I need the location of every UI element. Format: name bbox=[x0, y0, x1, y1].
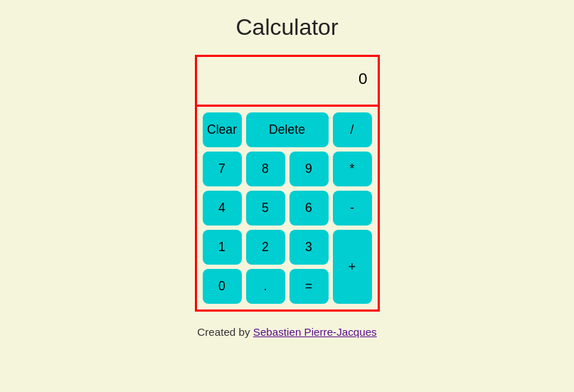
minus-button[interactable]: - bbox=[333, 191, 372, 226]
button-grid: Clear Delete / 7 8 9 * 4 5 6 - 1 2 3 + 0… bbox=[197, 107, 378, 309]
nine-button[interactable]: 9 bbox=[289, 152, 329, 186]
six-button[interactable]: 6 bbox=[289, 191, 329, 226]
dot-button[interactable]: . bbox=[246, 269, 285, 304]
display: 0 bbox=[197, 57, 378, 107]
seven-button[interactable]: 7 bbox=[203, 152, 242, 186]
three-button[interactable]: 3 bbox=[289, 230, 329, 265]
footer-text: Created by bbox=[197, 326, 253, 338]
eight-button[interactable]: 8 bbox=[246, 152, 285, 186]
plus-button[interactable]: + bbox=[333, 230, 372, 304]
zero-button[interactable]: 0 bbox=[203, 269, 242, 304]
clear-button[interactable]: Clear bbox=[203, 112, 242, 147]
equals-button[interactable]: = bbox=[289, 269, 329, 304]
footer: Created by Sebastien Pierre-Jacques bbox=[197, 326, 376, 338]
footer-link[interactable]: Sebastien Pierre-Jacques bbox=[253, 326, 377, 338]
multiply-button[interactable]: * bbox=[333, 152, 372, 186]
two-button[interactable]: 2 bbox=[246, 230, 285, 265]
four-button[interactable]: 4 bbox=[203, 191, 242, 226]
display-value: 0 bbox=[358, 70, 367, 88]
delete-button[interactable]: Delete bbox=[246, 112, 329, 147]
five-button[interactable]: 5 bbox=[246, 191, 285, 226]
one-button[interactable]: 1 bbox=[203, 230, 242, 265]
page-title: Calculator bbox=[235, 14, 338, 41]
divide-button[interactable]: / bbox=[333, 112, 372, 147]
calculator: 0 Clear Delete / 7 8 9 * 4 5 6 - 1 2 3 +… bbox=[195, 55, 380, 312]
